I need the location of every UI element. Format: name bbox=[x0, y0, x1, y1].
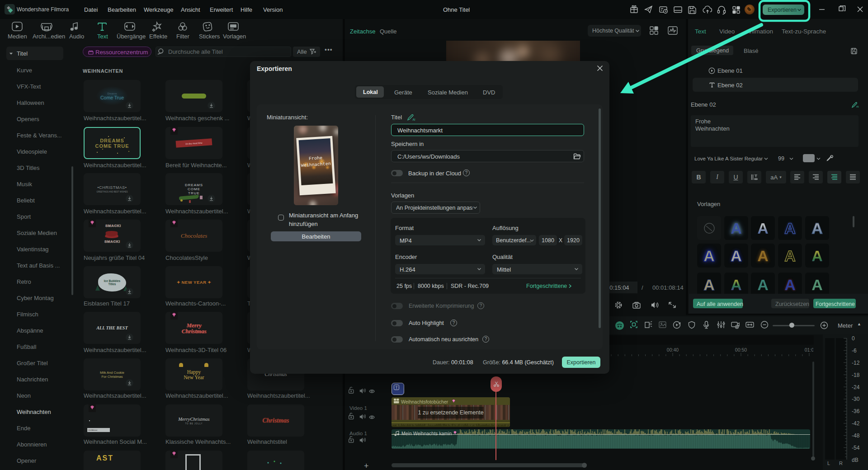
svg-text:AI: AI bbox=[856, 105, 859, 108]
svg-text:00:40: 00:40 bbox=[667, 347, 679, 352]
svg-text:01:0: 01:0 bbox=[805, 347, 813, 352]
svg-text:00:50: 00:50 bbox=[735, 347, 747, 352]
